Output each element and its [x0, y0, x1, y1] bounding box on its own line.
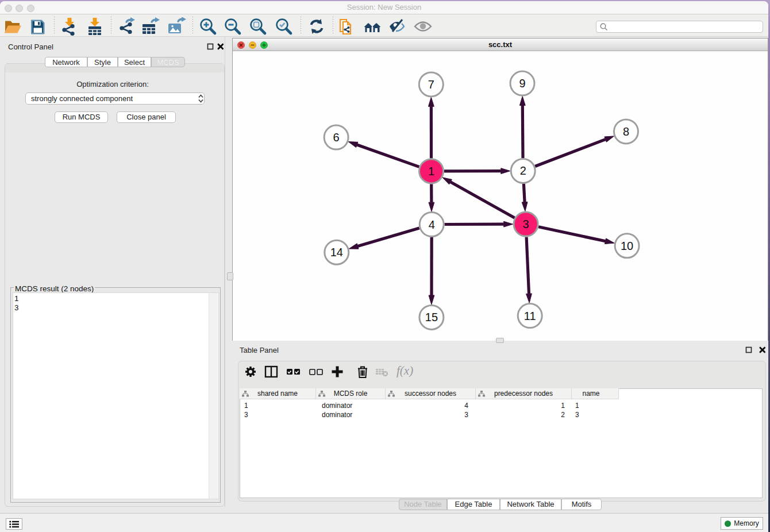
- svg-text:15: 15: [425, 311, 438, 323]
- svg-text:6: 6: [333, 131, 340, 144]
- svg-text:11: 11: [524, 310, 536, 322]
- svg-text:10: 10: [621, 240, 633, 252]
- svg-text:7: 7: [428, 78, 434, 91]
- svg-text:14: 14: [330, 246, 343, 259]
- svg-text:4: 4: [429, 218, 435, 231]
- svg-text:1: 1: [428, 165, 434, 178]
- svg-text:3: 3: [523, 218, 529, 230]
- svg-text:2: 2: [520, 165, 526, 178]
- svg-text:9: 9: [519, 77, 525, 90]
- svg-text:8: 8: [623, 125, 629, 138]
